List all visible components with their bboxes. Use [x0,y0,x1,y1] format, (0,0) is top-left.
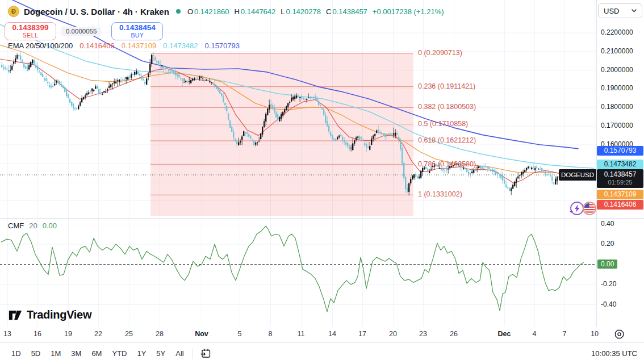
ohlc-close: C0.1438457 [326,7,367,16]
time-axis-tick: Dec [498,330,511,338]
cmf-axis-tick: -0.40 [601,300,616,308]
cmf-indicator-legend[interactable]: CMF 20 0.00 [8,221,57,230]
time-axis-tick: 23 [419,330,427,338]
us-flag-icon[interactable] [582,200,597,216]
price-axis-tick: 0.1700000 [601,122,633,129]
time-axis-tick: 11 [298,330,305,338]
time-axis-tick: 16 [34,330,41,338]
time-axis-tick: 17 [358,330,366,338]
ema-legend-value: 0.1437109 [122,41,156,50]
fib-level-label: 0.618 (0.1621212) [418,136,476,144]
tradingview-logo-text: TradingView [27,308,91,321]
time-axis-tick: 14 [328,330,336,338]
price-axis-tick: 0.1900000 [601,84,633,92]
pane-separator[interactable] [0,218,644,219]
cmf-param: 20 [29,221,37,230]
fib-level-label: 0 (0.2090713) [418,49,462,57]
spread-value: 0.0000055 [61,27,101,36]
time-axis-tick: 7 [563,330,567,338]
time-axis-tick: 28 [156,330,164,338]
time-axis-tick: 4 [533,330,537,338]
time-axis-tick: 8 [269,330,273,338]
market-status-dot[interactable] [176,9,181,14]
ohlc-values: O0.1421860 H0.1447642 L0.1420278 C0.1438… [187,7,444,16]
time-axis-tick: 22 [94,330,102,338]
ema-legend-value: 0.1416406 [80,41,114,50]
sell-label: SELL [23,32,38,39]
symbol-title[interactable]: Dogecoin / U. S. Dollar · 4h · Kraken [24,7,169,16]
cmf-zero-axis-label: 0.00 [597,260,617,269]
buy-label: BUY [131,32,144,39]
go-to-date-button[interactable] [197,346,215,361]
price-line-symbol-tag: DOGEUSD [559,169,596,181]
time-axis-tick: 20 [389,330,397,338]
ohlc-open: O0.1421860 [187,7,229,16]
price-axis-value-label: 0.1437109 [597,190,643,199]
cmf-value: 0.00 [43,221,57,230]
price-axis[interactable]: 0.22000000.21000000.20000000.19000000.18… [596,0,644,342]
range-button-1d[interactable]: 1D [7,346,26,361]
dogecoin-icon: Ð [8,6,19,17]
tradingview-logo[interactable]: TradingView [8,307,91,322]
time-axis-tick: 5 [238,330,242,338]
sell-button[interactable]: 0.1438399 SELL [5,22,56,40]
calendar-icon [200,348,211,359]
range-button-5y[interactable]: 5Y [152,346,170,361]
time-axis-tick: Nov [195,330,208,338]
buy-button[interactable]: 0.1438454 BUY [111,22,163,40]
ema-legend-title: EMA 20/50/100/200 [8,41,73,50]
dogecoin-glyph: Ð [11,8,16,15]
time-axis-tick: 19 [64,330,72,338]
time-axis-tick: 26 [450,330,458,338]
buy-price: 0.1438454 [119,24,156,32]
price-axis-tick: 0.2100000 [601,47,633,55]
toolbar-divider [193,349,193,359]
ema-legend-values: 0.14164060.14371090.14734820.1570793 [80,41,240,50]
sell-price: 0.1438399 [12,24,49,32]
bottom-toolbar: 1D5D1M3M6MYTD1Y5YAll 10:00:35 UTC [0,342,644,364]
range-button-5d[interactable]: 5D [27,346,45,361]
ema-legend-value: 0.1570793 [205,41,240,50]
cmf-axis-tick: 0.40 [601,220,614,228]
currency-value: USD [604,7,619,15]
time-axis-tick: 25 [125,330,133,338]
chevron-down-icon [632,9,637,12]
price-axis-tick: 0.2200000 [601,28,633,36]
ohlc-high: H0.1447642 [234,7,275,16]
range-button-1y[interactable]: 1Y [132,346,150,361]
time-axis[interactable]: 131619222528Nov58111417202326Dec4710 [0,327,644,342]
price-axis-value-label: 0.1416406 [597,200,643,210]
currency-selector[interactable]: USD [598,3,642,18]
fib-level-label: 0.5 (0.1710858) [418,120,468,128]
chart-canvas[interactable] [0,0,596,342]
pane-corner-icons [568,200,597,216]
price-change: +0.0017238 (+1.21%) [373,7,444,16]
fib-level-label: 1 (0.1331002) [418,190,462,198]
time-axis-tick: 13 [3,330,11,338]
price-axis-value-label: 0.1473482 [597,160,643,169]
range-button-ytd[interactable]: YTD [107,346,131,361]
price-axis-tick: 0.2000000 [601,66,633,74]
range-button-6m[interactable]: 6M [87,346,106,361]
tradingview-chart-app: 0 (0.2090713)0.236 (0.1911421)0.382 (0.1… [0,0,644,364]
cmf-axis-tick: -0.20 [601,280,616,288]
cmf-name: CMF [8,221,24,230]
price-axis-value-label: 0.1570793 [597,146,643,156]
ema-indicator-legend[interactable]: EMA 20/50/100/200 0.14164060.14371090.14… [8,41,240,50]
ema-legend-value: 0.1473482 [163,41,198,50]
bar-close-countdown: 01:59:25 [597,179,643,187]
range-button-3m[interactable]: 3M [66,346,86,361]
fib-level-label: 0.382 (0.1800503) [418,103,476,111]
range-buttons: 1D5D1M3M6MYTD1Y5YAll [7,346,189,361]
range-button-1m[interactable]: 1M [46,346,65,361]
price-axis-value-label: 0.143845701:59:25 [597,169,643,188]
trade-widget: 0.1438399 SELL 0.0000055 0.1438454 BUY [5,22,163,40]
range-button-all[interactable]: All [171,346,188,361]
fib-level-label: 0.786 (0.1493580) [418,160,476,168]
fib-level-label: 0.236 (0.1911421) [418,82,475,90]
ohlc-low: L0.1420278 [281,7,321,16]
price-axis-tick: 0.1800000 [601,103,633,111]
chart-header: Ð Dogecoin / U. S. Dollar · 4h · Kraken … [8,5,444,18]
cmf-axis-tick: 0.20 [601,240,614,248]
timezone-clock[interactable]: 10:00:35 UTC [591,349,637,358]
